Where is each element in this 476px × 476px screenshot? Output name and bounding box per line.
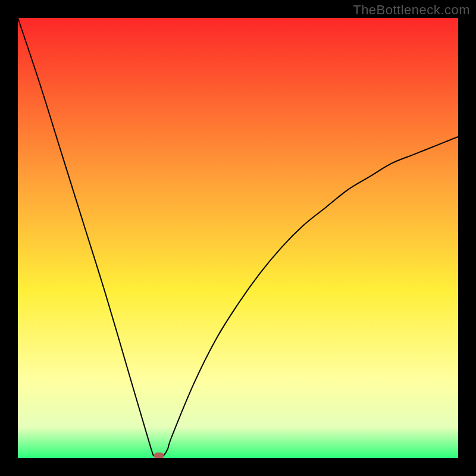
plot-area (18, 18, 458, 458)
watermark-text: TheBottleneck.com (353, 2, 470, 18)
chart-frame: TheBottleneck.com (0, 0, 476, 476)
curve-svg (18, 18, 458, 458)
minimum-marker (154, 453, 164, 459)
bottleneck-curve (18, 18, 458, 458)
